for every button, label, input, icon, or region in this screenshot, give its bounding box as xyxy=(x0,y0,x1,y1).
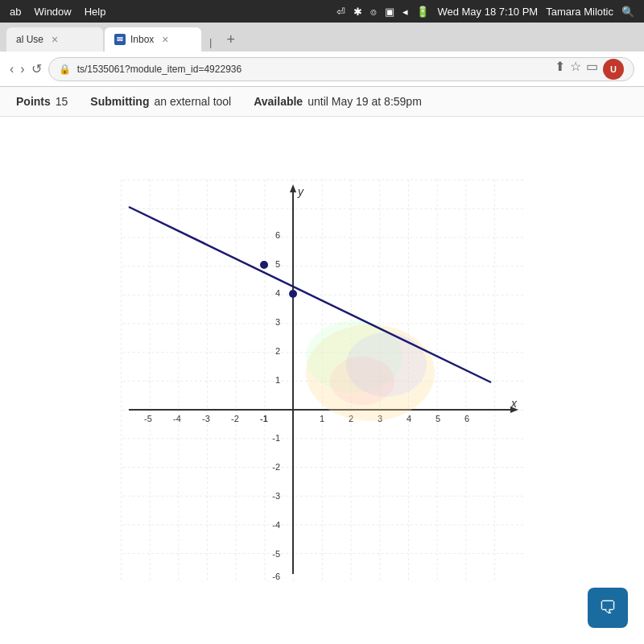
svg-text:4: 4 xyxy=(275,288,280,298)
svg-text:-6: -6 xyxy=(272,572,280,581)
svg-text:6: 6 xyxy=(275,230,280,240)
menubar-right: ⏎ ✱ ⌾ ▣ ◂ 🔋 Wed May 18 7:10 PM Tamara Mi… xyxy=(336,6,634,18)
back-icon: ⏎ xyxy=(336,6,345,18)
svg-text:5: 5 xyxy=(275,259,280,269)
svg-text:-4: -4 xyxy=(272,520,280,530)
coordinate-graph: 1 2 3 4 5 6 -1 -2 -3 -4 -5 1 2 3 4 xyxy=(121,180,523,582)
share-icon[interactable]: ⬆ xyxy=(555,59,565,80)
username-display: Tamara Milotic xyxy=(546,6,613,18)
tab-inbox[interactable]: ✉ Inbox × xyxy=(105,27,201,52)
address-bar: ‹ › ↺ 🔒 ts/1535061?module_item_id=492293… xyxy=(0,52,644,87)
available-label: Available xyxy=(254,95,303,108)
tab-inbox-label: Inbox xyxy=(130,34,154,45)
datetime-display: Wed May 18 7:10 PM xyxy=(437,6,538,18)
available-value: until May 19 at 8:59pm xyxy=(308,95,422,108)
menu-item-ab[interactable]: ab xyxy=(10,6,21,18)
reload-icon[interactable]: ↺ xyxy=(31,61,42,76)
svg-text:-4: -4 xyxy=(173,414,181,423)
menu-item-help[interactable]: Help xyxy=(85,6,106,18)
svg-point-36 xyxy=(260,261,268,269)
address-input[interactable]: 🔒 ts/1535061?module_item_id=4922936 ⬆ ☆ … xyxy=(48,57,634,81)
browser-window: al Use × ✉ Inbox × | + ‹ › ↺ 🔒 ts/153506… xyxy=(0,23,644,644)
graph-container: 1 2 3 4 5 6 -1 -2 -3 -4 -5 1 2 3 4 xyxy=(121,180,523,582)
svg-text:-2: -2 xyxy=(272,462,280,472)
svg-text:6: 6 xyxy=(464,414,469,423)
tab-bar: al Use × ✉ Inbox × | + xyxy=(0,23,644,52)
svg-text:-5: -5 xyxy=(144,414,152,423)
address-text: ts/1535061?module_item_id=4922936 xyxy=(77,64,242,75)
tab-al-use-label: al Use xyxy=(16,34,43,45)
lock-icon: 🔒 xyxy=(59,64,71,75)
chat-button[interactable]: 🗨 xyxy=(588,588,628,628)
svg-text:-5: -5 xyxy=(272,549,280,559)
svg-point-34 xyxy=(330,357,394,405)
forward-nav-icon[interactable]: › xyxy=(20,62,24,76)
svg-text:1: 1 xyxy=(320,414,324,423)
svg-text:1: 1 xyxy=(275,375,280,385)
tab-separator: | xyxy=(203,36,218,48)
tab-al-use-close[interactable]: × xyxy=(52,33,58,46)
back-nav-icon[interactable]: ‹ xyxy=(10,62,14,76)
svg-text:2: 2 xyxy=(275,346,280,356)
tab-al-use[interactable]: al Use × xyxy=(6,27,103,52)
page-content: Points 15 Submitting an external tool Av… xyxy=(0,87,644,644)
svg-text:5: 5 xyxy=(436,414,440,423)
svg-text:4: 4 xyxy=(407,414,411,423)
wifi-icon: ⌾ xyxy=(370,6,377,18)
svg-text:-1: -1 xyxy=(260,414,268,423)
submitting-value: an external tool xyxy=(154,95,231,108)
svg-text:x: x xyxy=(510,397,518,410)
points-label: Points xyxy=(16,95,51,108)
svg-text:-3: -3 xyxy=(272,491,280,501)
svg-text:y: y xyxy=(297,185,304,198)
chat-icon: 🗨 xyxy=(599,597,617,618)
submitting-label: Submitting xyxy=(90,95,149,108)
address-action-icons: ⬆ ☆ ▭ U xyxy=(555,59,624,80)
tab-inbox-favicon: ✉ xyxy=(114,34,126,45)
tab-inbox-close[interactable]: × xyxy=(162,33,168,46)
battery-icon: 🔋 xyxy=(416,6,429,18)
svg-text:3: 3 xyxy=(275,317,280,327)
bookmark-icon[interactable]: ☆ xyxy=(570,59,581,80)
svg-text:-3: -3 xyxy=(202,414,210,423)
svg-point-37 xyxy=(289,290,297,298)
mac-menubar: ab Window Help ⏎ ✱ ⌾ ▣ ◂ 🔋 Wed May 18 7:… xyxy=(0,0,644,23)
svg-text:-2: -2 xyxy=(231,414,239,423)
volume-icon: ◂ xyxy=(402,6,408,18)
tab-overview-icon[interactable]: ▭ xyxy=(586,59,598,80)
new-tab-button[interactable]: + xyxy=(220,31,242,48)
user-avatar[interactable]: U xyxy=(603,59,624,80)
info-bar: Points 15 Submitting an external tool Av… xyxy=(0,87,644,117)
menu-item-window[interactable]: Window xyxy=(34,6,71,18)
graph-area: 1 2 3 4 5 6 -1 -2 -3 -4 -5 1 2 3 4 xyxy=(0,117,644,644)
svg-text:-1: -1 xyxy=(272,433,280,443)
points-value: 15 xyxy=(56,95,68,108)
bluetooth-icon: ✱ xyxy=(353,6,362,18)
search-icon[interactable]: 🔍 xyxy=(621,6,634,18)
screen-icon: ▣ xyxy=(385,6,394,18)
